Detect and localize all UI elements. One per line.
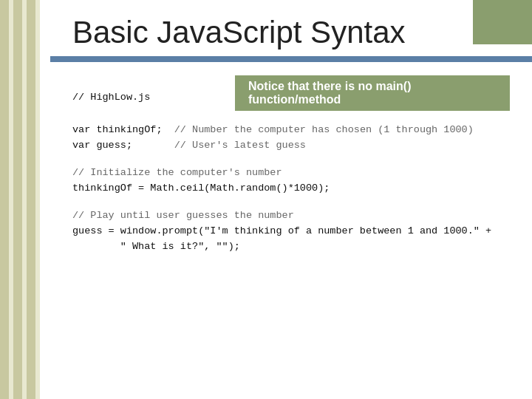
- content: // HighLow.js Notice that there is no ma…: [50, 62, 532, 399]
- stripe-7: [40, 0, 50, 399]
- init-block: // Initialize the computer's number thin…: [72, 166, 510, 197]
- first-line-row: // HighLow.js Notice that there is no ma…: [72, 75, 510, 118]
- gap: [72, 154, 510, 163]
- left-stripes: [0, 0, 50, 399]
- stripe-5: [27, 0, 35, 399]
- stripe-3: [13, 0, 22, 399]
- code-line: var thinkingOf; // Number the computer h…: [72, 123, 510, 138]
- code-text: thinkingOf = Math.ceil(Math.random()*100…: [72, 183, 330, 194]
- code-text: var thinkingOf; // Number the computer h…: [72, 124, 474, 135]
- code-text: var guess; // User's latest guess: [72, 140, 306, 151]
- header-accent: [473, 0, 532, 44]
- code-line: guess = window.prompt("I'm thinking of a…: [72, 224, 510, 239]
- title-bar: [50, 56, 532, 62]
- header: Basic JavaScript Syntax: [50, 0, 532, 56]
- code-text: " What is it?", "");: [72, 241, 240, 252]
- code-text: // Initialize the computer's number: [72, 167, 282, 178]
- notice-box: Notice that there is no main() function/…: [235, 75, 510, 111]
- play-block: // Play until user guesses the number gu…: [72, 208, 510, 255]
- code-line: // Initialize the computer's number: [72, 166, 510, 181]
- code-line: // Play until user guesses the number: [72, 208, 510, 224]
- first-comment: // HighLow.js: [72, 92, 191, 103]
- code-text: // Play until user guesses the number: [72, 210, 294, 221]
- code-line: " What is it?", "");: [72, 239, 510, 255]
- code-line: var guess; // User's latest guess: [72, 138, 510, 154]
- stripe-1: [0, 0, 9, 399]
- code-text: guess = window.prompt("I'm thinking of a…: [72, 225, 491, 236]
- page-title: Basic JavaScript Syntax: [72, 15, 517, 50]
- code-line: thinkingOf = Math.ceil(Math.random()*100…: [72, 181, 510, 197]
- gap: [72, 197, 510, 205]
- vars-block: var thinkingOf; // Number the computer h…: [72, 123, 510, 154]
- slide: Basic JavaScript Syntax // HighLow.js No…: [0, 0, 532, 399]
